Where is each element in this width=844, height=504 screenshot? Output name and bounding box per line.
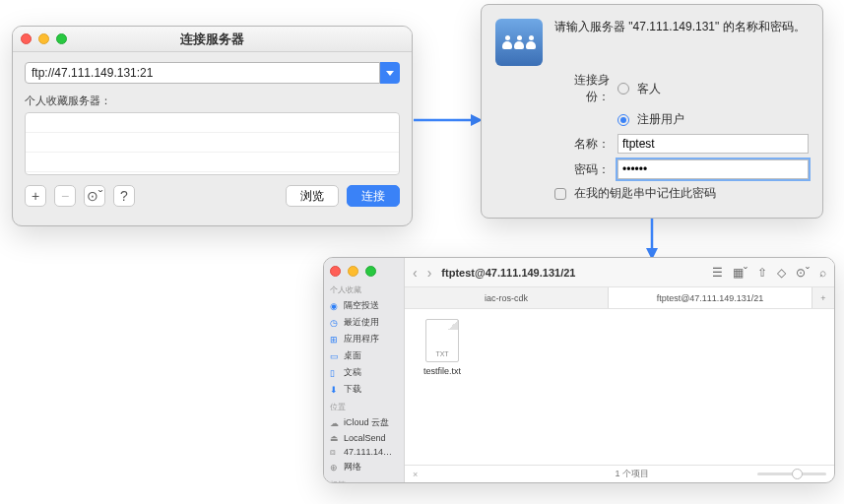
connect-server-window: 连接服务器 个人收藏服务器： + − ⊙ˇ ? 浏览 连接 [12, 26, 413, 226]
path-title: ftptest@47.111.149.131/21 [441, 267, 702, 279]
server-address-input[interactable] [25, 62, 380, 84]
share-icon[interactable]: ⇧ [757, 266, 767, 280]
disk-icon: ⏏ [330, 433, 340, 443]
cancel-button[interactable]: 取消 [694, 218, 747, 219]
icon-size-slider[interactable] [757, 472, 826, 475]
close-icon[interactable] [330, 266, 341, 277]
action-menu-button[interactable]: ⊙ˇ [84, 185, 105, 207]
finder-toolbar: ‹ › ftptest@47.111.149.131/21 ☰ ▦ˇ ⇧ ◇ ⊙… [405, 258, 834, 287]
password-label: 密码： [554, 161, 610, 178]
sidebar-section-tags: 标签 [330, 479, 398, 483]
sidebar-item-recents[interactable]: ◷最近使用 [330, 316, 398, 329]
chevron-down-icon [386, 71, 394, 76]
list-item [26, 153, 399, 172]
tab-iac-ros-cdk[interactable]: iac-ros-cdk [405, 287, 609, 308]
apps-icon: ⊞ [330, 335, 340, 345]
ellipsis-icon: ⊙ˇ [87, 188, 103, 204]
remove-favorite-button: − [54, 185, 76, 207]
airdrop-icon: ◉ [330, 301, 340, 311]
connect-button[interactable]: 连接 [347, 185, 400, 207]
sidebar-item-documents[interactable]: ▯文稿 [330, 366, 398, 379]
server-icon: ⧈ [330, 447, 340, 457]
titlebar: 连接服务器 [13, 27, 412, 52]
item-count: 1 个项目 [615, 468, 649, 480]
finder-statusbar: × 1 个项目 [405, 465, 834, 482]
finder-window: 个人收藏 ◉隔空投送 ◷最近使用 ⊞应用程序 ▭桌面 ▯文稿 ⬇下载 位置 ☁i… [323, 257, 835, 483]
txt-file-icon: TXT [425, 319, 459, 362]
clock-icon: ◷ [330, 318, 340, 328]
back-button[interactable]: ‹ [413, 265, 418, 281]
remember-label: 在我的钥匙串中记住此密码 [574, 185, 716, 202]
file-name: testfile.txt [415, 366, 470, 376]
flow-arrow-down [640, 219, 664, 260]
tag-icon[interactable]: ◇ [777, 266, 786, 280]
tab-ftptest[interactable]: ftptest@47.111.149.131/21 [609, 287, 812, 308]
add-tab-button[interactable]: + [812, 287, 834, 308]
name-input[interactable] [617, 134, 809, 154]
guest-radio[interactable] [617, 83, 629, 94]
name-label: 名称： [554, 136, 610, 153]
remember-checkbox[interactable] [554, 188, 566, 200]
finder-tabs: iac-ros-cdk ftptest@47.111.149.131/21 + [405, 287, 834, 309]
sidebar-item-desktop[interactable]: ▭桌面 [330, 349, 398, 362]
sidebar-item-airdrop[interactable]: ◉隔空投送 [330, 299, 398, 312]
network-server-icon [495, 19, 543, 66]
sidebar-item-downloads[interactable]: ⬇下载 [330, 383, 398, 396]
browse-button[interactable]: 浏览 [286, 185, 339, 207]
forward-button[interactable]: › [427, 265, 432, 281]
sidebar-section-personal: 个人收藏 [330, 284, 398, 295]
favorites-list[interactable] [25, 112, 400, 175]
download-icon: ⬇ [330, 385, 340, 395]
auth-prompt: 请输入服务器 "47.111.149.131" 的名称和密码。 [554, 19, 809, 66]
desktop-icon: ▭ [330, 351, 340, 361]
sidebar-item-server[interactable]: ⧈47.111.14… [330, 447, 398, 457]
zoom-icon[interactable] [365, 266, 376, 277]
close-statusbar-icon[interactable]: × [413, 470, 418, 479]
sidebar-item-network[interactable]: ⊕网络 [330, 461, 398, 473]
doc-icon: ▯ [330, 368, 340, 378]
search-icon[interactable]: ⌕ [819, 266, 826, 280]
list-item [26, 113, 399, 133]
recent-servers-dropdown[interactable] [380, 62, 400, 84]
connect-button[interactable]: 连接 [755, 218, 809, 219]
sidebar-item-localsend[interactable]: ⏏LocalSend [330, 433, 398, 443]
globe-icon: ⊕ [330, 463, 340, 472]
identity-label: 连接身份： [554, 72, 610, 105]
finder-sidebar: 个人收藏 ◉隔空投送 ◷最近使用 ⊞应用程序 ▭桌面 ▯文稿 ⬇下载 位置 ☁i… [324, 258, 405, 482]
guest-label: 客人 [637, 81, 661, 97]
help-button[interactable]: ? [113, 185, 135, 207]
add-favorite-button[interactable]: + [25, 185, 46, 207]
list-item [26, 133, 399, 153]
registered-radio[interactable] [617, 114, 629, 126]
more-icon[interactable]: ⊙ˇ [796, 266, 810, 280]
window-title: 连接服务器 [13, 31, 412, 48]
registered-label: 注册用户 [637, 111, 684, 128]
sidebar-item-icloud[interactable]: ☁iCloud 云盘 [330, 416, 398, 429]
auth-dialog: 请输入服务器 "47.111.149.131" 的名称和密码。 连接身份： 客人… [481, 4, 823, 219]
password-input[interactable] [617, 159, 809, 179]
sidebar-section-locations: 位置 [330, 402, 398, 412]
favorites-label: 个人收藏服务器： [25, 94, 400, 108]
finder-content[interactable]: TXT testfile.txt [405, 309, 834, 465]
view-icon[interactable]: ☰ [712, 266, 723, 280]
sidebar-item-applications[interactable]: ⊞应用程序 [330, 333, 398, 346]
cloud-icon: ☁ [330, 418, 340, 428]
group-icon[interactable]: ▦ˇ [733, 266, 747, 280]
minimize-icon[interactable] [348, 266, 358, 277]
flow-arrow-right [414, 108, 483, 132]
slider-thumb[interactable] [792, 469, 803, 479]
file-item[interactable]: TXT testfile.txt [415, 319, 470, 376]
